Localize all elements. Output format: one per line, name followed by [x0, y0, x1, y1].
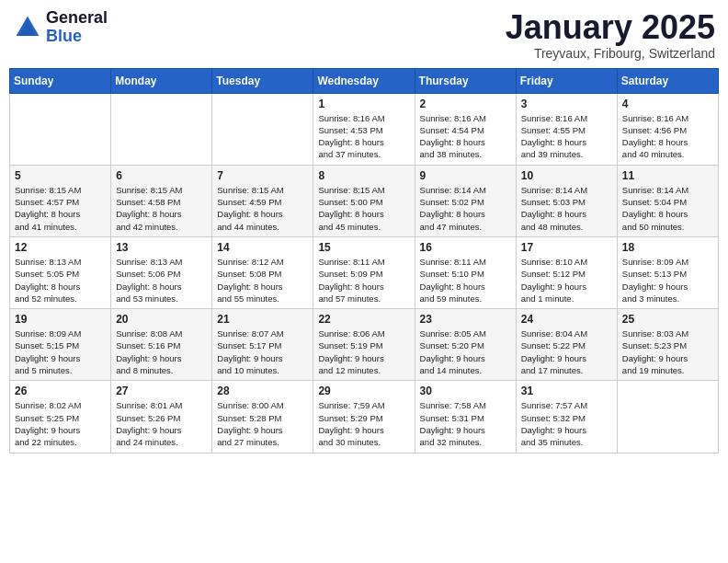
calendar-cell: 22Sunrise: 8:06 AM Sunset: 5:19 PM Dayli…	[313, 309, 415, 381]
logo: General Blue	[13, 9, 108, 46]
day-info: Sunrise: 8:11 AM Sunset: 5:10 PM Dayligh…	[420, 256, 511, 304]
calendar-cell: 20Sunrise: 8:08 AM Sunset: 5:16 PM Dayli…	[111, 309, 212, 381]
weekday-header-tuesday: Tuesday	[212, 68, 313, 93]
day-number: 25	[622, 313, 713, 326]
day-info: Sunrise: 7:59 AM Sunset: 5:29 PM Dayligh…	[318, 399, 409, 448]
day-number: 29	[318, 385, 409, 397]
calendar-week-4: 19Sunrise: 8:09 AM Sunset: 5:15 PM Dayli…	[10, 309, 719, 381]
calendar-cell	[212, 93, 313, 165]
day-number: 10	[521, 169, 612, 182]
day-info: Sunrise: 8:02 AM Sunset: 5:25 PM Dayligh…	[15, 399, 106, 448]
day-number: 8	[318, 169, 409, 182]
day-info: Sunrise: 8:03 AM Sunset: 5:23 PM Dayligh…	[622, 327, 713, 376]
weekday-header-row: SundayMondayTuesdayWednesdayThursdayFrid…	[10, 68, 719, 93]
day-info: Sunrise: 8:06 AM Sunset: 5:19 PM Dayligh…	[318, 327, 409, 376]
day-number: 11	[622, 169, 713, 182]
day-number: 18	[622, 241, 713, 254]
logo-icon	[13, 13, 42, 42]
day-number: 26	[15, 385, 106, 397]
day-number: 5	[15, 169, 106, 182]
day-info: Sunrise: 8:16 AM Sunset: 4:55 PM Dayligh…	[521, 112, 612, 161]
calendar-cell: 31Sunrise: 7:57 AM Sunset: 5:32 PM Dayli…	[516, 381, 617, 453]
calendar-cell: 1Sunrise: 8:16 AM Sunset: 4:53 PM Daylig…	[313, 93, 415, 165]
day-number: 19	[15, 313, 106, 326]
day-info: Sunrise: 8:12 AM Sunset: 5:08 PM Dayligh…	[217, 256, 308, 304]
calendar-body: 1Sunrise: 8:16 AM Sunset: 4:53 PM Daylig…	[10, 93, 719, 453]
calendar-cell: 8Sunrise: 8:15 AM Sunset: 5:00 PM Daylig…	[313, 165, 415, 236]
day-info: Sunrise: 8:16 AM Sunset: 4:53 PM Dayligh…	[318, 112, 409, 161]
calendar-cell: 11Sunrise: 8:14 AM Sunset: 5:04 PM Dayli…	[617, 165, 718, 236]
calendar-cell: 15Sunrise: 8:11 AM Sunset: 5:09 PM Dayli…	[313, 236, 415, 308]
calendar-cell: 24Sunrise: 8:04 AM Sunset: 5:22 PM Dayli…	[516, 309, 617, 381]
calendar-week-5: 26Sunrise: 8:02 AM Sunset: 5:25 PM Dayli…	[10, 381, 719, 453]
day-number: 16	[420, 241, 511, 254]
day-number: 23	[420, 313, 511, 326]
day-info: Sunrise: 8:16 AM Sunset: 4:56 PM Dayligh…	[622, 112, 713, 161]
logo-text: General Blue	[46, 9, 108, 46]
calendar-cell: 25Sunrise: 8:03 AM Sunset: 5:23 PM Dayli…	[617, 309, 718, 381]
day-info: Sunrise: 8:16 AM Sunset: 4:54 PM Dayligh…	[420, 112, 511, 161]
calendar-cell: 9Sunrise: 8:14 AM Sunset: 5:02 PM Daylig…	[415, 165, 516, 236]
day-info: Sunrise: 8:04 AM Sunset: 5:22 PM Dayligh…	[521, 327, 612, 376]
day-number: 12	[15, 241, 106, 254]
calendar-cell: 2Sunrise: 8:16 AM Sunset: 4:54 PM Daylig…	[415, 93, 516, 165]
day-info: Sunrise: 8:08 AM Sunset: 5:16 PM Dayligh…	[116, 327, 207, 376]
day-number: 13	[116, 241, 207, 254]
day-number: 9	[420, 169, 511, 182]
calendar-cell	[10, 93, 111, 165]
calendar-week-1: 1Sunrise: 8:16 AM Sunset: 4:53 PM Daylig…	[10, 93, 719, 165]
calendar-cell: 17Sunrise: 8:10 AM Sunset: 5:12 PM Dayli…	[516, 236, 617, 308]
day-info: Sunrise: 8:00 AM Sunset: 5:28 PM Dayligh…	[217, 399, 308, 448]
calendar-cell: 28Sunrise: 8:00 AM Sunset: 5:28 PM Dayli…	[212, 381, 313, 453]
calendar-cell: 29Sunrise: 7:59 AM Sunset: 5:29 PM Dayli…	[313, 381, 415, 453]
weekday-header-saturday: Saturday	[617, 68, 718, 93]
day-info: Sunrise: 8:14 AM Sunset: 5:04 PM Dayligh…	[622, 184, 713, 233]
day-info: Sunrise: 8:09 AM Sunset: 5:15 PM Dayligh…	[15, 327, 106, 376]
calendar-week-2: 5Sunrise: 8:15 AM Sunset: 4:57 PM Daylig…	[10, 165, 719, 236]
day-number: 30	[420, 385, 511, 397]
calendar-cell: 18Sunrise: 8:09 AM Sunset: 5:13 PM Dayli…	[617, 236, 718, 308]
logo-blue: Blue	[46, 28, 108, 46]
day-number: 1	[318, 98, 409, 110]
day-number: 7	[217, 169, 308, 182]
calendar-cell: 30Sunrise: 7:58 AM Sunset: 5:31 PM Dayli…	[415, 381, 516, 453]
calendar-cell: 26Sunrise: 8:02 AM Sunset: 5:25 PM Dayli…	[10, 381, 111, 453]
day-number: 17	[521, 241, 612, 254]
day-info: Sunrise: 8:15 AM Sunset: 4:58 PM Dayligh…	[116, 184, 207, 233]
calendar-week-3: 12Sunrise: 8:13 AM Sunset: 5:05 PM Dayli…	[10, 236, 719, 308]
day-info: Sunrise: 8:15 AM Sunset: 4:57 PM Dayligh…	[15, 184, 106, 233]
weekday-header-friday: Friday	[516, 68, 617, 93]
calendar-cell: 21Sunrise: 8:07 AM Sunset: 5:17 PM Dayli…	[212, 309, 313, 381]
day-number: 3	[521, 98, 612, 110]
day-number: 14	[217, 241, 308, 254]
day-info: Sunrise: 8:09 AM Sunset: 5:13 PM Dayligh…	[622, 256, 713, 304]
day-info: Sunrise: 8:01 AM Sunset: 5:26 PM Dayligh…	[116, 399, 207, 448]
day-info: Sunrise: 8:15 AM Sunset: 4:59 PM Dayligh…	[217, 184, 308, 233]
calendar-cell: 16Sunrise: 8:11 AM Sunset: 5:10 PM Dayli…	[415, 236, 516, 308]
day-number: 24	[521, 313, 612, 326]
day-info: Sunrise: 7:57 AM Sunset: 5:32 PM Dayligh…	[521, 399, 612, 448]
page-header: General Blue January 2025 Treyvaux, Frib…	[9, 9, 719, 61]
title-block: January 2025 Treyvaux, Fribourg, Switzer…	[506, 9, 715, 61]
day-number: 21	[217, 313, 308, 326]
calendar-header: SundayMondayTuesdayWednesdayThursdayFrid…	[10, 68, 719, 93]
day-number: 15	[318, 241, 409, 254]
calendar-cell: 5Sunrise: 8:15 AM Sunset: 4:57 PM Daylig…	[10, 165, 111, 236]
day-info: Sunrise: 8:14 AM Sunset: 5:02 PM Dayligh…	[420, 184, 511, 233]
weekday-header-sunday: Sunday	[10, 68, 111, 93]
day-number: 27	[116, 385, 207, 397]
calendar-cell	[111, 93, 212, 165]
day-number: 20	[116, 313, 207, 326]
weekday-header-wednesday: Wednesday	[313, 68, 415, 93]
location: Treyvaux, Fribourg, Switzerland	[506, 46, 715, 61]
day-info: Sunrise: 8:15 AM Sunset: 5:00 PM Dayligh…	[318, 184, 409, 233]
day-number: 28	[217, 385, 308, 397]
calendar-cell: 6Sunrise: 8:15 AM Sunset: 4:58 PM Daylig…	[111, 165, 212, 236]
calendar-table: SundayMondayTuesdayWednesdayThursdayFrid…	[9, 68, 719, 454]
month-title: January 2025	[506, 9, 715, 46]
day-info: Sunrise: 8:14 AM Sunset: 5:03 PM Dayligh…	[521, 184, 612, 233]
calendar-cell: 27Sunrise: 8:01 AM Sunset: 5:26 PM Dayli…	[111, 381, 212, 453]
day-number: 31	[521, 385, 612, 397]
day-number: 2	[420, 98, 511, 110]
calendar-cell: 12Sunrise: 8:13 AM Sunset: 5:05 PM Dayli…	[10, 236, 111, 308]
